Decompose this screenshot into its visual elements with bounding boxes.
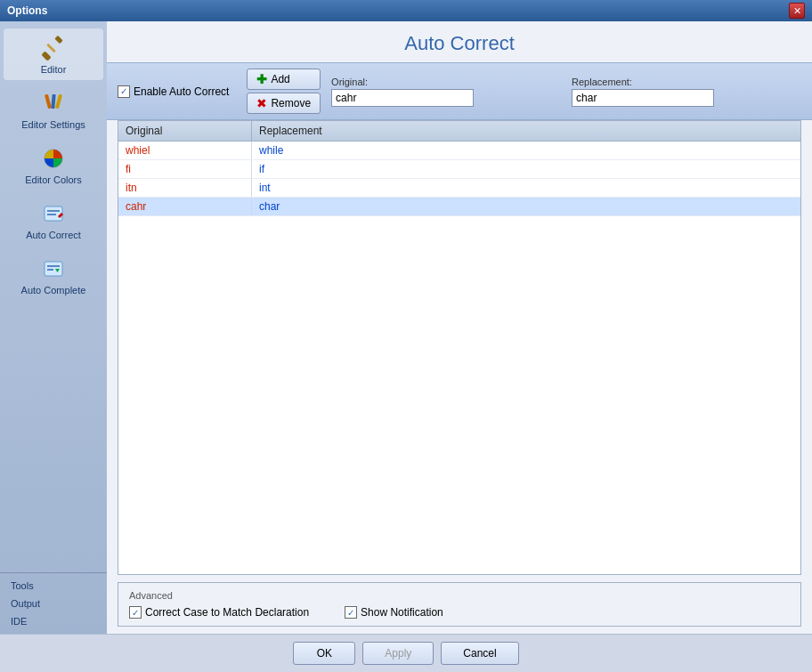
sidebar-label-auto-complete: Auto Complete <box>21 285 86 296</box>
cell-replacement-2: if <box>252 160 800 178</box>
add-button[interactable]: ✚ Add <box>247 69 321 90</box>
sidebar-bottom-tools[interactable]: Tools <box>4 577 103 595</box>
close-button[interactable]: ✕ <box>789 3 805 19</box>
autocomplete-icon <box>39 255 68 283</box>
main-panel: Auto Correct ✓ Enable Auto Correct ✚ Add… <box>107 21 812 634</box>
advanced-label: Advanced <box>129 590 790 601</box>
svg-rect-7 <box>45 206 62 221</box>
hammer-icon <box>39 34 68 62</box>
add-icon: ✚ <box>256 72 267 86</box>
sidebar-label-editor: Editor <box>41 64 67 75</box>
cell-original-2: fi <box>118 160 252 178</box>
cell-original-3: itn <box>118 179 252 197</box>
toolbar-area: ✓ Enable Auto Correct ✚ Add ✖ Remove <box>107 62 812 120</box>
col-header-original: Original <box>118 121 252 141</box>
table-header: Original Replacement <box>118 121 800 142</box>
apply-button[interactable]: Apply <box>362 642 434 665</box>
table-row[interactable]: cahr char <box>118 198 800 216</box>
cell-original-1: whiel <box>118 142 252 159</box>
svg-rect-2 <box>46 44 56 53</box>
sidebar: Editor Editor Settings <box>0 21 107 634</box>
col-header-replacement: Replacement <box>252 121 800 141</box>
cell-replacement-3: int <box>252 179 800 197</box>
sidebar-bottom: Tools Output IDE <box>0 572 107 634</box>
enable-checkbox[interactable]: ✓ <box>118 85 130 98</box>
sidebar-item-auto-correct[interactable]: Auto Correct <box>4 194 103 246</box>
ok-button[interactable]: OK <box>293 642 355 665</box>
option-show-notification[interactable]: ✓ Show Notification <box>345 606 443 619</box>
cell-original-4: cahr <box>118 198 252 215</box>
sidebar-bottom-output[interactable]: Output <box>4 595 103 612</box>
remove-button[interactable]: ✖ Remove <box>247 93 321 114</box>
cancel-button[interactable]: Cancel <box>441 642 518 665</box>
remove-label: Remove <box>271 97 311 109</box>
autocorrect-table: Original Replacement whiel while fi if <box>118 120 801 575</box>
cell-replacement-4: char <box>252 198 800 215</box>
svg-rect-0 <box>54 36 62 44</box>
cell-replacement-1: while <box>252 142 800 159</box>
main-layout: Editor Editor Settings <box>0 21 812 634</box>
sidebar-item-editor-settings[interactable]: Editor Settings <box>4 84 103 135</box>
footer-bar: OK Apply Cancel <box>0 634 812 672</box>
title-bar: Options ✕ <box>0 0 812 21</box>
enable-label: Enable Auto Correct <box>134 85 229 98</box>
options-window: Options ✕ Editor <box>0 0 812 672</box>
original-field-label: Original: <box>331 77 561 87</box>
panel-title: Auto Correct <box>107 21 812 62</box>
settings-icon <box>39 89 68 117</box>
table-body: whiel while fi if itn int cah <box>118 142 800 574</box>
correct-case-checkbox[interactable]: ✓ <box>129 606 142 619</box>
sidebar-item-editor[interactable]: Editor <box>4 28 103 80</box>
svg-rect-3 <box>45 94 52 109</box>
correct-case-label: Correct Case to Match Declaration <box>145 606 309 619</box>
show-notification-checkbox[interactable]: ✓ <box>345 606 357 619</box>
remove-icon: ✖ <box>256 96 267 110</box>
btn-group: ✚ Add ✖ Remove <box>247 69 321 114</box>
sidebar-label-auto-correct: Auto Correct <box>26 230 81 240</box>
svg-rect-5 <box>55 94 62 109</box>
show-notification-label: Show Notification <box>361 606 443 619</box>
svg-rect-1 <box>41 51 51 61</box>
sidebar-label-editor-settings: Editor Settings <box>21 119 85 130</box>
advanced-options: ✓ Correct Case to Match Declaration ✓ Sh… <box>129 606 790 619</box>
autocorrect-icon <box>39 199 68 228</box>
sidebar-item-editor-colors[interactable]: Editor Colors <box>4 139 103 190</box>
title-bar-text: Options <box>7 4 47 17</box>
sidebar-bottom-ide[interactable]: IDE <box>4 612 103 630</box>
table-row[interactable]: itn int <box>118 179 800 198</box>
sidebar-label-editor-colors: Editor Colors <box>25 174 82 185</box>
sidebar-top: Editor Editor Settings <box>0 21 107 572</box>
add-label: Add <box>271 73 289 85</box>
sidebar-item-auto-complete[interactable]: Auto Complete <box>4 249 103 301</box>
enable-checkbox-area: ✓ Enable Auto Correct <box>118 85 229 98</box>
replacement-field-label: Replacement: <box>572 77 801 87</box>
option-correct-case[interactable]: ✓ Correct Case to Match Declaration <box>129 606 309 619</box>
original-input[interactable] <box>331 89 474 107</box>
advanced-section: Advanced ✓ Correct Case to Match Declara… <box>118 582 801 627</box>
table-row[interactable]: fi if <box>118 160 800 179</box>
colors-icon <box>39 144 68 173</box>
replacement-input[interactable] <box>572 89 714 107</box>
svg-rect-4 <box>51 94 55 109</box>
replacement-field-group: Replacement: <box>572 77 801 107</box>
original-field-group: Original: <box>331 77 561 107</box>
table-row[interactable]: whiel while <box>118 142 800 160</box>
